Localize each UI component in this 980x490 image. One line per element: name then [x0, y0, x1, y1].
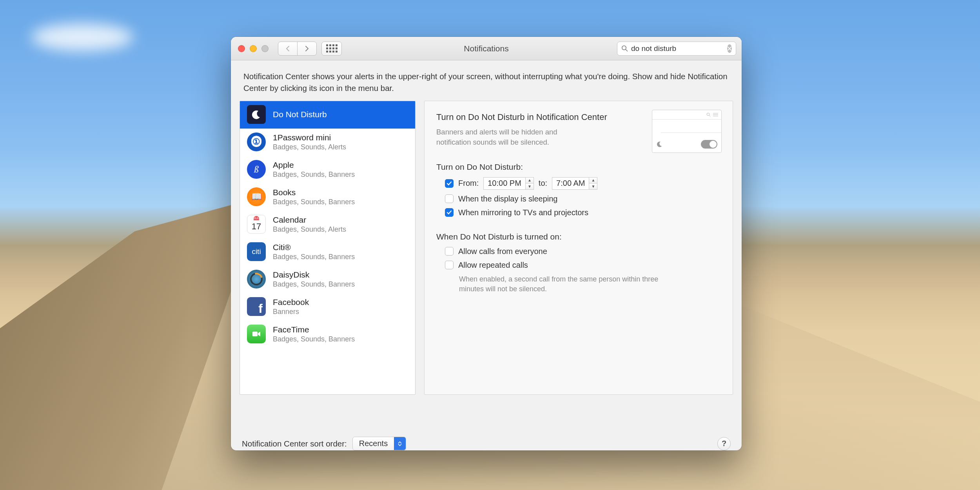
- forward-button[interactable]: [297, 42, 317, 56]
- window-controls: [238, 45, 269, 52]
- footer: Notification Center sort order: Recents …: [231, 429, 742, 450]
- allow-everyone-checkbox[interactable]: [445, 247, 454, 256]
- sidebar-item-label: Apple: [273, 160, 355, 170]
- list-icon: [713, 113, 718, 117]
- search-icon: [706, 113, 711, 117]
- sidebar-item-label: DaisyDisk: [273, 270, 355, 279]
- sidebar-item-subtitle: Badges, Sounds, Banners: [273, 253, 355, 261]
- intro-text: Notification Center shows your alerts in…: [231, 60, 742, 101]
- turn-on-title: Turn on Do Not Disturb:: [436, 162, 721, 172]
- sidebar-item-subtitle: Badges, Sounds, Banners: [273, 171, 355, 179]
- sidebar-item-label: FaceTime: [273, 325, 355, 334]
- from-checkbox[interactable]: [445, 179, 454, 188]
- show-all-button[interactable]: [321, 42, 342, 56]
- sidebar-item-subtitle: Banners: [273, 308, 309, 316]
- app-icon-citi: citi: [247, 242, 266, 261]
- sidebar-item-label: Books: [273, 188, 355, 197]
- sidebar-item-subtitle: Badges, Sounds, Alerts: [273, 225, 346, 234]
- sidebar-item-citi[interactable]: citiCiti®Badges, Sounds, Banners: [240, 238, 415, 266]
- mirroring-checkbox[interactable]: [445, 208, 454, 217]
- sort-order-value: Recents: [353, 437, 394, 450]
- from-time-stepper[interactable]: ▲▼: [525, 178, 534, 189]
- svg-rect-2: [252, 332, 258, 336]
- allow-repeated-label: Allow repeated calls: [458, 261, 528, 270]
- sidebar-item-subtitle: Badges, Sounds, Banners: [273, 198, 355, 206]
- titlebar: Notifications: [231, 37, 742, 60]
- sidebar-item-cal[interactable]: JUL17CalendarBadges, Sounds, Alerts: [240, 211, 415, 238]
- to-time-value[interactable]: 7:00 AM: [552, 179, 589, 188]
- app-icon-ft: [247, 325, 266, 343]
- sidebar-item-label: Do Not Disturb: [273, 110, 327, 119]
- sidebar-item-ft[interactable]: FaceTimeBadges, Sounds, Banners: [240, 321, 415, 348]
- from-time-value[interactable]: 10:00 PM: [484, 179, 525, 188]
- detail-heading-hint: Banners and alerts will be hidden and no…: [436, 127, 585, 147]
- preview-toggle: [701, 140, 717, 149]
- app-icon-daisy: [247, 270, 266, 289]
- grid-icon: [326, 44, 338, 53]
- app-icon-fb: f: [247, 297, 266, 316]
- allow-repeated-checkbox[interactable]: [445, 261, 454, 269]
- desktop-cloud: [31, 24, 133, 51]
- sidebar-item-books[interactable]: 📖BooksBadges, Sounds, Banners: [240, 183, 415, 211]
- search-field[interactable]: [617, 42, 736, 56]
- mirroring-label: When mirroring to TVs and projectors: [458, 208, 588, 217]
- app-icon-1p: ①: [247, 132, 266, 151]
- sort-order-select[interactable]: Recents: [352, 437, 406, 450]
- select-arrows-icon: [394, 437, 406, 450]
- svg-point-3: [707, 113, 710, 116]
- app-icon-cal: JUL17: [247, 215, 266, 234]
- moon-icon: [656, 141, 662, 147]
- from-label: From:: [458, 179, 479, 188]
- close-button[interactable]: [238, 45, 245, 52]
- search-icon: [621, 45, 628, 52]
- from-time-field[interactable]: 10:00 PM ▲▼: [483, 177, 534, 190]
- sidebar-item-1p[interactable]: ①1Password miniBadges, Sounds, Alerts: [240, 129, 415, 156]
- help-button[interactable]: ?: [717, 437, 731, 450]
- when-on-title: When Do Not Disturb is turned on:: [436, 232, 721, 241]
- to-time-field[interactable]: 7:00 AM ▲▼: [552, 177, 597, 190]
- app-list[interactable]: Do Not Disturb①1Password miniBadges, Sou…: [240, 101, 416, 395]
- svg-line-4: [709, 115, 710, 116]
- sidebar-item-fb[interactable]: fFacebookBanners: [240, 293, 415, 321]
- clear-search-button[interactable]: [727, 44, 732, 53]
- nav-segment: [278, 42, 317, 56]
- minimize-button[interactable]: [250, 45, 257, 52]
- to-time-stepper[interactable]: ▲▼: [589, 178, 597, 189]
- search-input[interactable]: [631, 44, 724, 53]
- sidebar-item-label: Calendar: [273, 215, 346, 225]
- sidebar-item-subtitle: Badges, Sounds, Banners: [273, 280, 355, 289]
- zoom-button[interactable]: [261, 45, 269, 52]
- sidebar-item-dnd[interactable]: Do Not Disturb: [240, 101, 415, 129]
- app-icon-books: 📖: [247, 187, 266, 206]
- sidebar-item-subtitle: Badges, Sounds, Banners: [273, 335, 355, 343]
- sidebar-item-subtitle: Badges, Sounds, Alerts: [273, 143, 346, 151]
- app-icon-apple: ß: [247, 160, 266, 179]
- allow-repeated-hint: When enabled, a second call from the sam…: [459, 274, 679, 294]
- sort-order-label: Notification Center sort order:: [242, 439, 347, 448]
- sidebar-item-label: Citi®: [273, 243, 355, 252]
- sidebar-item-label: Facebook: [273, 298, 309, 307]
- notification-center-preview: [652, 110, 722, 153]
- app-icon-dnd: [247, 105, 266, 124]
- preferences-window: Notifications Notification Center shows …: [231, 37, 742, 450]
- to-label: to:: [539, 179, 547, 188]
- allow-everyone-label: Allow calls from everyone: [458, 247, 547, 256]
- sidebar-item-label: 1Password mini: [273, 133, 346, 142]
- svg-line-1: [626, 49, 628, 51]
- back-button[interactable]: [278, 42, 298, 56]
- sidebar-item-apple[interactable]: ßAppleBadges, Sounds, Banners: [240, 156, 415, 183]
- detail-pane: Turn on Do Not Disturb in Notification C…: [424, 101, 733, 395]
- display-sleeping-checkbox[interactable]: [445, 194, 454, 203]
- display-sleeping-label: When the display is sleeping: [458, 194, 557, 203]
- sidebar-item-daisy[interactable]: DaisyDiskBadges, Sounds, Banners: [240, 266, 415, 293]
